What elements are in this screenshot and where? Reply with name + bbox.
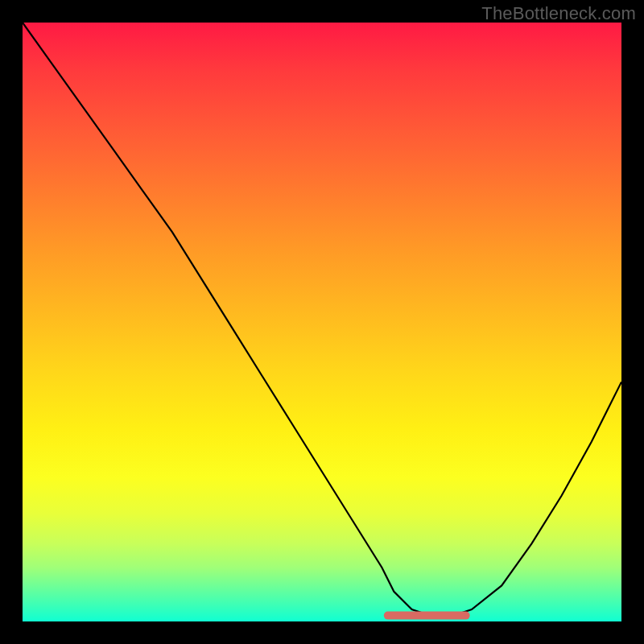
bottleneck-curve bbox=[23, 23, 621, 616]
plot-area bbox=[23, 23, 621, 621]
chart-svg bbox=[23, 23, 621, 621]
watermark: TheBottleneck.com bbox=[481, 3, 636, 24]
